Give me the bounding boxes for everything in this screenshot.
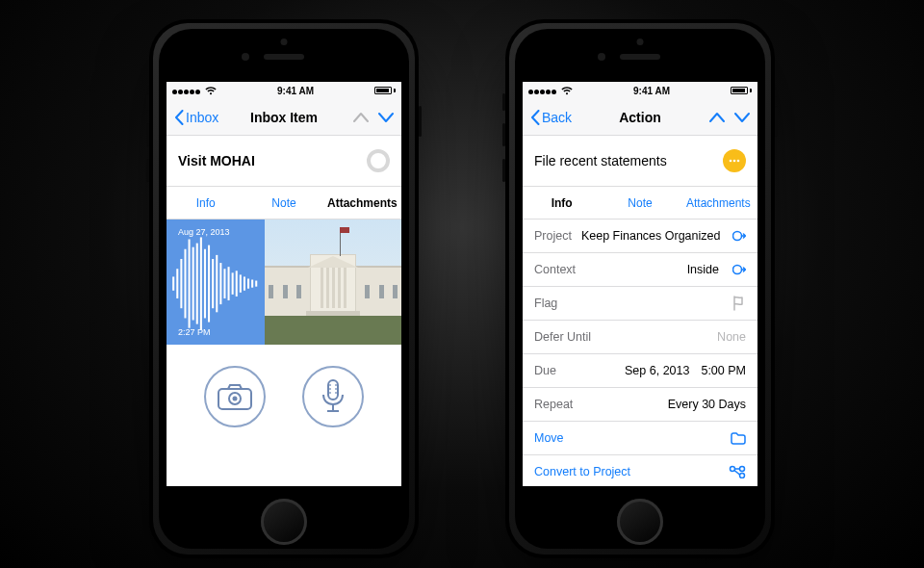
svg-rect-11 (216, 255, 218, 312)
back-button[interactable]: Inbox (174, 110, 218, 125)
row-move[interactable]: Move (523, 422, 757, 455)
photo-attachment[interactable] (265, 219, 401, 345)
status-time: 9:41 AM (633, 86, 670, 96)
svg-rect-9 (208, 245, 210, 323)
phone-right: 9:41 AM Back Action (505, 19, 775, 558)
svg-rect-16 (236, 271, 238, 297)
camera-button[interactable] (204, 366, 266, 427)
status-indicator[interactable] (723, 149, 746, 172)
row-value: None (717, 330, 746, 344)
audio-time: 2:27 PM (178, 327, 211, 337)
row-label: Defer Until (534, 330, 591, 344)
chevron-up-icon (709, 112, 725, 123)
chevron-left-icon (530, 110, 540, 125)
action-label: Move (534, 431, 564, 445)
row-value: Every 30 Days (668, 398, 746, 411)
row-value: Keep Finances Organized (581, 229, 721, 243)
svg-rect-14 (228, 267, 230, 300)
microphone-icon (321, 379, 346, 414)
back-label: Inbox (186, 110, 218, 125)
home-button[interactable] (617, 499, 663, 545)
row-label: Flag (534, 297, 557, 310)
row-label: Repeat (534, 398, 573, 411)
tab-note[interactable]: Note (601, 187, 679, 219)
svg-rect-5 (192, 247, 194, 321)
chevron-left-icon (174, 110, 184, 125)
audio-attachment[interactable]: Aug 27, 2013 2:27 PM (167, 219, 265, 345)
nav-header: Back Action (523, 99, 757, 136)
tab-info[interactable]: Info (523, 187, 601, 219)
tabs: Info Note Attachments (523, 187, 757, 219)
svg-rect-10 (212, 259, 214, 308)
next-item-button[interactable] (378, 112, 394, 123)
nav-title: Action (619, 110, 661, 125)
completion-checkbox[interactable] (367, 149, 390, 172)
back-button[interactable]: Back (530, 110, 572, 125)
item-title[interactable]: File recent statements (534, 153, 667, 168)
folder-icon (731, 432, 746, 445)
status-time: 9:41 AM (277, 86, 314, 96)
prev-item-button[interactable] (353, 112, 369, 123)
back-label: Back (542, 110, 572, 125)
tab-attachments[interactable]: Attachments (680, 187, 757, 219)
row-label: Due (534, 364, 556, 377)
svg-point-38 (733, 266, 742, 274)
svg-rect-12 (219, 263, 221, 304)
svg-rect-7 (200, 237, 202, 329)
svg-rect-25 (328, 380, 338, 400)
item-head: File recent statements (523, 136, 757, 187)
ellipsis-icon (729, 159, 740, 163)
tab-info[interactable]: Info (167, 187, 244, 219)
svg-point-24 (233, 397, 238, 401)
row-context[interactable]: Context Inside (523, 253, 757, 287)
chevron-up-icon (353, 112, 369, 123)
prev-item-button[interactable] (709, 112, 725, 123)
due-time: 5:00 PM (701, 364, 746, 377)
wifi-icon (561, 87, 573, 95)
svg-rect-4 (189, 239, 191, 327)
signal-dots-icon (528, 86, 557, 96)
svg-rect-21 (255, 281, 257, 287)
microphone-button[interactable] (302, 366, 364, 427)
svg-rect-3 (184, 249, 186, 319)
signal-dots-icon (172, 86, 201, 96)
row-defer[interactable]: Defer Until None (523, 321, 757, 354)
svg-point-35 (733, 160, 736, 163)
row-flag[interactable]: Flag (523, 287, 757, 321)
svg-point-39 (731, 467, 735, 472)
screen-right: 9:41 AM Back Action (523, 82, 757, 486)
flag-icon (732, 296, 746, 311)
svg-rect-13 (223, 269, 225, 298)
svg-rect-2 (180, 259, 182, 308)
nav-title: Inbox Item (250, 110, 318, 125)
tabs: Info Note Attachments (167, 187, 401, 219)
row-due[interactable]: Due Sep 6, 2013 5:00 PM (523, 354, 757, 388)
row-convert[interactable]: Convert to Project (523, 455, 757, 486)
row-label: Context (534, 263, 576, 276)
phone-left: 9:41 AM Inbox Inbox Item (149, 19, 419, 558)
svg-rect-17 (240, 274, 242, 292)
svg-rect-0 (172, 276, 174, 290)
row-repeat[interactable]: Repeat Every 30 Days (523, 388, 757, 422)
next-item-button[interactable] (734, 112, 750, 123)
svg-point-34 (730, 160, 732, 163)
screen-left: 9:41 AM Inbox Inbox Item (167, 82, 401, 486)
item-title[interactable]: Visit MOHAI (178, 153, 255, 168)
disclosure-icon (732, 229, 746, 243)
disclosure-icon (732, 263, 746, 276)
capture-row (167, 345, 401, 449)
row-value: Inside (687, 263, 719, 276)
tab-note[interactable]: Note (244, 187, 322, 219)
wifi-icon (205, 87, 217, 95)
svg-rect-8 (204, 249, 206, 319)
row-project[interactable]: Project Keep Finances Organized (523, 219, 757, 253)
home-button[interactable] (261, 499, 307, 545)
camera-icon (218, 383, 252, 410)
convert-icon (729, 465, 746, 478)
attachments-row: Aug 27, 2013 2:27 PM (167, 219, 401, 345)
svg-rect-20 (251, 280, 253, 288)
item-head: Visit MOHAI (167, 136, 401, 187)
svg-point-41 (740, 474, 745, 478)
action-label: Convert to Project (534, 465, 630, 478)
tab-attachments[interactable]: Attachments (323, 187, 401, 219)
